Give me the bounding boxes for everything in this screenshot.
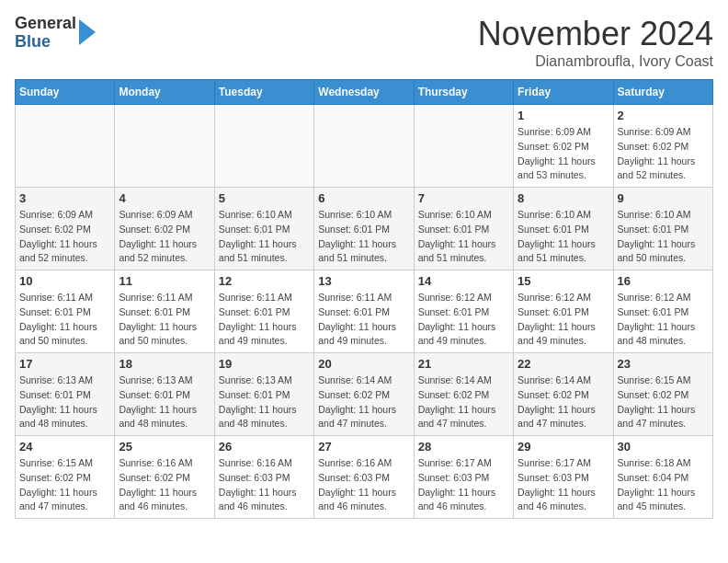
day-info: Sunrise: 6:10 AMSunset: 6:01 PMDaylight:… xyxy=(518,208,609,266)
calendar-empty-cell xyxy=(16,105,115,188)
logo-triangle-icon xyxy=(79,19,96,45)
calendar-week-row: 10Sunrise: 6:11 AMSunset: 6:01 PMDayligh… xyxy=(16,270,713,353)
day-number: 10 xyxy=(19,274,110,288)
day-number: 17 xyxy=(19,357,110,371)
calendar-day-cell: 24Sunrise: 6:15 AMSunset: 6:02 PMDayligh… xyxy=(16,436,115,519)
calendar-table: SundayMondayTuesdayWednesdayThursdayFrid… xyxy=(15,79,713,519)
day-number: 26 xyxy=(219,440,310,454)
day-number: 24 xyxy=(19,440,110,454)
calendar-day-cell: 15Sunrise: 6:12 AMSunset: 6:01 PMDayligh… xyxy=(514,270,613,353)
day-info: Sunrise: 6:10 AMSunset: 6:01 PMDaylight:… xyxy=(219,208,310,266)
day-info: Sunrise: 6:14 AMSunset: 6:02 PMDaylight:… xyxy=(518,373,609,431)
calendar-day-cell: 18Sunrise: 6:13 AMSunset: 6:01 PMDayligh… xyxy=(115,353,214,436)
day-number: 25 xyxy=(119,440,210,454)
weekday-header-friday: Friday xyxy=(514,80,613,105)
calendar-week-row: 3Sunrise: 6:09 AMSunset: 6:02 PMDaylight… xyxy=(16,188,713,270)
calendar-day-cell: 4Sunrise: 6:09 AMSunset: 6:02 PMDaylight… xyxy=(115,188,214,270)
day-number: 2 xyxy=(618,109,709,122)
page-header: General Blue November 2024 Dianambroufla… xyxy=(15,15,713,70)
day-number: 18 xyxy=(119,357,210,371)
day-number: 22 xyxy=(518,357,609,371)
day-info: Sunrise: 6:15 AMSunset: 6:02 PMDaylight:… xyxy=(618,373,709,431)
calendar-empty-cell xyxy=(115,105,214,188)
calendar-day-cell: 6Sunrise: 6:10 AMSunset: 6:01 PMDaylight… xyxy=(314,188,414,270)
day-number: 3 xyxy=(19,191,110,205)
day-number: 7 xyxy=(418,191,509,205)
calendar-day-cell: 16Sunrise: 6:12 AMSunset: 6:01 PMDayligh… xyxy=(613,270,712,353)
calendar-day-cell: 5Sunrise: 6:10 AMSunset: 6:01 PMDaylight… xyxy=(214,188,313,270)
day-number: 21 xyxy=(418,357,509,371)
day-info: Sunrise: 6:11 AMSunset: 6:01 PMDaylight:… xyxy=(318,291,409,349)
day-info: Sunrise: 6:16 AMSunset: 6:02 PMDaylight:… xyxy=(119,456,210,514)
day-info: Sunrise: 6:10 AMSunset: 6:01 PMDaylight:… xyxy=(618,208,709,266)
weekday-header-saturday: Saturday xyxy=(613,80,712,105)
day-number: 13 xyxy=(318,274,409,288)
day-number: 29 xyxy=(518,440,609,454)
day-info: Sunrise: 6:09 AMSunset: 6:02 PMDaylight:… xyxy=(119,208,210,266)
day-number: 14 xyxy=(418,274,509,288)
calendar-day-cell: 1Sunrise: 6:09 AMSunset: 6:02 PMDaylight… xyxy=(514,105,613,188)
calendar-day-cell: 3Sunrise: 6:09 AMSunset: 6:02 PMDaylight… xyxy=(16,188,115,270)
calendar-day-cell: 17Sunrise: 6:13 AMSunset: 6:01 PMDayligh… xyxy=(16,353,115,436)
day-number: 12 xyxy=(219,274,310,288)
calendar-day-cell: 29Sunrise: 6:17 AMSunset: 6:03 PMDayligh… xyxy=(514,436,613,519)
day-number: 15 xyxy=(518,274,609,288)
calendar-day-cell: 21Sunrise: 6:14 AMSunset: 6:02 PMDayligh… xyxy=(414,353,513,436)
logo-blue: Blue xyxy=(15,33,76,52)
day-info: Sunrise: 6:12 AMSunset: 6:01 PMDaylight:… xyxy=(518,291,609,349)
calendar-day-cell: 12Sunrise: 6:11 AMSunset: 6:01 PMDayligh… xyxy=(214,270,313,353)
logo-text-block: General Blue xyxy=(15,15,96,52)
calendar-empty-cell xyxy=(214,105,313,188)
day-number: 16 xyxy=(618,274,709,288)
calendar-week-row: 1Sunrise: 6:09 AMSunset: 6:02 PMDaylight… xyxy=(16,105,713,188)
day-info: Sunrise: 6:14 AMSunset: 6:02 PMDaylight:… xyxy=(418,373,509,431)
day-info: Sunrise: 6:10 AMSunset: 6:01 PMDaylight:… xyxy=(318,208,409,266)
calendar-empty-cell xyxy=(314,105,414,188)
weekday-header-tuesday: Tuesday xyxy=(214,80,313,105)
day-info: Sunrise: 6:16 AMSunset: 6:03 PMDaylight:… xyxy=(318,456,409,514)
day-number: 8 xyxy=(518,191,609,205)
day-number: 20 xyxy=(318,357,409,371)
day-info: Sunrise: 6:16 AMSunset: 6:03 PMDaylight:… xyxy=(219,456,310,514)
day-info: Sunrise: 6:13 AMSunset: 6:01 PMDaylight:… xyxy=(19,373,110,431)
calendar-day-cell: 28Sunrise: 6:17 AMSunset: 6:03 PMDayligh… xyxy=(414,436,513,519)
day-info: Sunrise: 6:09 AMSunset: 6:02 PMDaylight:… xyxy=(19,208,110,266)
day-info: Sunrise: 6:10 AMSunset: 6:01 PMDaylight:… xyxy=(418,208,509,266)
calendar-day-cell: 10Sunrise: 6:11 AMSunset: 6:01 PMDayligh… xyxy=(16,270,115,353)
day-info: Sunrise: 6:14 AMSunset: 6:02 PMDaylight:… xyxy=(318,373,409,431)
calendar-day-cell: 25Sunrise: 6:16 AMSunset: 6:02 PMDayligh… xyxy=(115,436,214,519)
day-info: Sunrise: 6:11 AMSunset: 6:01 PMDaylight:… xyxy=(219,291,310,349)
calendar-day-cell: 26Sunrise: 6:16 AMSunset: 6:03 PMDayligh… xyxy=(214,436,313,519)
calendar-day-cell: 2Sunrise: 6:09 AMSunset: 6:02 PMDaylight… xyxy=(613,105,712,188)
day-info: Sunrise: 6:15 AMSunset: 6:02 PMDaylight:… xyxy=(19,456,110,514)
calendar-week-row: 17Sunrise: 6:13 AMSunset: 6:01 PMDayligh… xyxy=(16,353,713,436)
title-area: November 2024 Dianambroufla, Ivory Coast xyxy=(478,15,713,70)
day-number: 6 xyxy=(318,191,409,205)
day-info: Sunrise: 6:09 AMSunset: 6:02 PMDaylight:… xyxy=(618,125,709,183)
weekday-header-monday: Monday xyxy=(115,80,214,105)
svg-marker-0 xyxy=(79,19,96,45)
day-info: Sunrise: 6:18 AMSunset: 6:04 PMDaylight:… xyxy=(618,456,709,514)
calendar-day-cell: 7Sunrise: 6:10 AMSunset: 6:01 PMDaylight… xyxy=(414,188,513,270)
calendar-day-cell: 19Sunrise: 6:13 AMSunset: 6:01 PMDayligh… xyxy=(214,353,313,436)
day-info: Sunrise: 6:17 AMSunset: 6:03 PMDaylight:… xyxy=(418,456,509,514)
day-info: Sunrise: 6:13 AMSunset: 6:01 PMDaylight:… xyxy=(119,373,210,431)
weekday-header-sunday: Sunday xyxy=(16,80,115,105)
day-info: Sunrise: 6:11 AMSunset: 6:01 PMDaylight:… xyxy=(119,291,210,349)
logo-general: General xyxy=(15,15,76,33)
day-number: 9 xyxy=(618,191,709,205)
calendar-day-cell: 13Sunrise: 6:11 AMSunset: 6:01 PMDayligh… xyxy=(314,270,414,353)
calendar-day-cell: 30Sunrise: 6:18 AMSunset: 6:04 PMDayligh… xyxy=(613,436,712,519)
calendar-day-cell: 23Sunrise: 6:15 AMSunset: 6:02 PMDayligh… xyxy=(613,353,712,436)
day-info: Sunrise: 6:12 AMSunset: 6:01 PMDaylight:… xyxy=(418,291,509,349)
calendar-empty-cell xyxy=(414,105,513,188)
day-number: 1 xyxy=(518,109,609,122)
calendar-week-row: 24Sunrise: 6:15 AMSunset: 6:02 PMDayligh… xyxy=(16,436,713,519)
day-number: 4 xyxy=(119,191,210,205)
day-info: Sunrise: 6:09 AMSunset: 6:02 PMDaylight:… xyxy=(518,125,609,183)
weekday-header-row: SundayMondayTuesdayWednesdayThursdayFrid… xyxy=(16,80,713,105)
day-info: Sunrise: 6:12 AMSunset: 6:01 PMDaylight:… xyxy=(618,291,709,349)
day-number: 11 xyxy=(119,274,210,288)
day-info: Sunrise: 6:17 AMSunset: 6:03 PMDaylight:… xyxy=(518,456,609,514)
day-number: 27 xyxy=(318,440,409,454)
